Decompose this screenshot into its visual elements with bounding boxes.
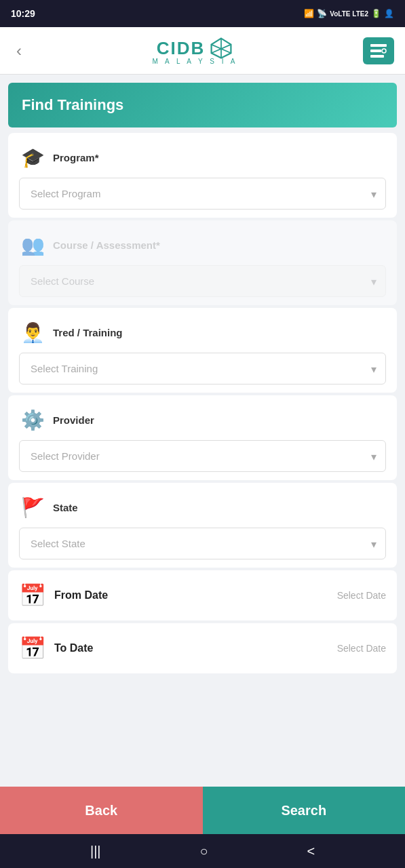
android-back-button[interactable]: < [296, 838, 326, 865]
training-icon: 👨‍💼 [19, 319, 46, 346]
back-button[interactable]: ‹ [11, 36, 27, 66]
wifi-icon: 📶 [304, 9, 314, 18]
training-label: Tred / Training [53, 327, 123, 338]
training-dropdown-wrapper: Select Training ▾ [19, 353, 386, 384]
state-field-group: 🚩 State Select State ▾ [8, 483, 397, 568]
from-date-left: 📅 From Date [19, 583, 108, 608]
course-label-row: 👥 Course / Assessment* [19, 231, 386, 258]
state-dropdown[interactable]: Select State [19, 528, 386, 559]
course-placeholder: Select Course [31, 275, 94, 287]
search-button[interactable]: Search [203, 787, 406, 834]
logo-text: CIDB [157, 38, 206, 59]
program-icon: 🎓 [19, 144, 46, 171]
lte-badge: VoLTE LTE2 [330, 10, 368, 18]
to-date-select[interactable]: Select Date [337, 643, 386, 654]
program-field-group: 🎓 Program* Select Program ▾ [8, 133, 397, 218]
page-header: Find Trainings [8, 83, 397, 127]
to-date-label: To Date [54, 642, 93, 654]
provider-dropdown[interactable]: Select Provider [19, 440, 386, 472]
menu-circuit-icon [369, 41, 388, 60]
from-date-row[interactable]: 📅 From Date Select Date [8, 570, 397, 620]
home-button[interactable]: ○ [189, 838, 218, 865]
logo-icon [209, 36, 233, 60]
from-date-icon: 📅 [19, 583, 46, 608]
provider-dropdown-wrapper: Select Provider ▾ [19, 440, 386, 472]
status-time: 10:29 [11, 8, 35, 19]
state-placeholder: Select State [31, 538, 85, 549]
state-label-row: 🚩 State [19, 494, 386, 521]
status-bar: 10:29 📶 📡 VoLTE LTE2 🔋 👤 [0, 0, 405, 27]
provider-label-row: ⚙️ Provider [19, 406, 386, 433]
course-dropdown-wrapper: Select Course ▾ [19, 265, 386, 297]
training-label-row: 👨‍💼 Tred / Training [19, 319, 386, 346]
from-date-label: From Date [54, 589, 108, 601]
program-dropdown-wrapper: Select Program ▾ [19, 178, 386, 210]
signal-icon: 📡 [317, 9, 327, 18]
course-icon: 👥 [19, 231, 46, 258]
provider-field-group: ⚙️ Provider Select Provider ▾ [8, 395, 397, 480]
battery-icon: 🔋 [371, 9, 381, 18]
to-date-left: 📅 To Date [19, 635, 93, 661]
training-field-group: 👨‍💼 Tred / Training Select Training ▾ [8, 308, 397, 393]
program-label-row: 🎓 Program* [19, 144, 386, 171]
state-dropdown-wrapper: Select State ▾ [19, 528, 386, 559]
to-date-icon: 📅 [19, 635, 46, 661]
state-icon: 🚩 [19, 494, 46, 521]
android-nav-bar: ||| ○ < [0, 834, 405, 868]
svg-rect-6 [370, 55, 384, 58]
bottom-buttons: Back Search [0, 787, 405, 834]
provider-label: Provider [53, 414, 94, 426]
from-date-select[interactable]: Select Date [337, 590, 386, 601]
main-content: 🎓 Program* Select Program ▾ 👥 Course / A… [0, 127, 405, 787]
program-placeholder: Select Program [31, 188, 100, 199]
provider-placeholder: Select Provider [31, 450, 100, 462]
logo-malaysia: M A L A Y S I A [153, 58, 238, 65]
course-field-group: 👥 Course / Assessment* Select Course ▾ [8, 220, 397, 305]
page-title: Find Trainings [22, 96, 123, 113]
user-icon: 👤 [384, 9, 394, 18]
course-label: Course / Assessment* [53, 239, 160, 251]
app-logo: CIDB M A L A Y S I A [153, 36, 238, 65]
provider-icon: ⚙️ [19, 406, 46, 433]
svg-point-7 [382, 49, 386, 53]
status-icons: 📶 📡 VoLTE LTE2 🔋 👤 [304, 9, 394, 18]
training-dropdown[interactable]: Select Training [19, 353, 386, 384]
program-dropdown[interactable]: Select Program [19, 178, 386, 210]
training-placeholder: Select Training [31, 363, 98, 374]
program-label: Program* [53, 152, 99, 163]
svg-rect-4 [370, 44, 387, 47]
state-label: State [53, 502, 78, 513]
nav-menu-button[interactable] [363, 37, 394, 64]
to-date-row[interactable]: 📅 To Date Select Date [8, 623, 397, 673]
recent-apps-button[interactable]: ||| [79, 838, 112, 865]
course-dropdown: Select Course [19, 265, 386, 297]
svg-rect-5 [370, 50, 381, 52]
back-button[interactable]: Back [0, 787, 203, 834]
nav-bar: ‹ CIDB M A L A Y S I A [0, 27, 405, 75]
